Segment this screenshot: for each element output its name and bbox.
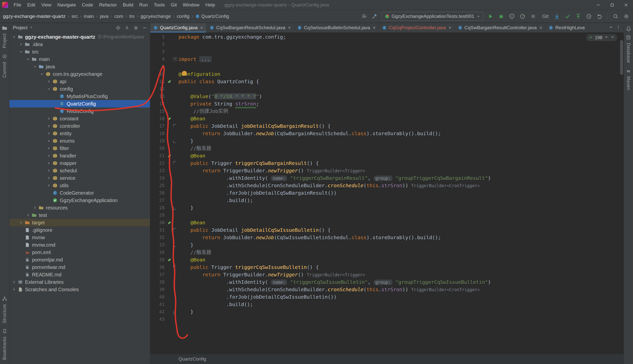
- tab-cqswbargainresultschedul-java[interactable]: CCqSwBargainResultSchedul.java×: [206, 23, 294, 32]
- chevron-up-icon[interactable]: [604, 35, 608, 40]
- tree-item-api[interactable]: api: [10, 78, 150, 85]
- code-line-20[interactable]: 20 //触发器: [150, 144, 623, 152]
- chevron-closed-icon[interactable]: [46, 184, 52, 188]
- fold-marker[interactable]: +: [172, 56, 177, 63]
- fold-marker[interactable]: [172, 226, 177, 234]
- breadcrumb-item-ggzyexchange[interactable]: ggzyexchange: [141, 14, 171, 19]
- minimize-icon[interactable]: [591, 0, 605, 10]
- chevron-open-icon[interactable]: [32, 65, 38, 68]
- hide-panel-button[interactable]: [142, 25, 147, 30]
- vcs-update-button[interactable]: [553, 13, 561, 20]
- gutter-spring-bean-icon[interactable]: [166, 219, 172, 226]
- code-line-15[interactable]: 15 //创建Job实例: [150, 108, 623, 115]
- tree-item-java[interactable]: java: [10, 63, 150, 70]
- notifications-bell-icon[interactable]: [626, 23, 631, 32]
- vcs-history-button[interactable]: [585, 13, 593, 20]
- tab-resthighleve[interactable]: CRestHighLeve: [545, 23, 588, 32]
- chevron-closed-icon[interactable]: [46, 117, 52, 120]
- menu-edit[interactable]: Edit: [24, 0, 39, 10]
- editor-scrollbar-thumb[interactable]: [620, 40, 623, 75]
- tree-item-scratches-and-consoles[interactable]: Scratches and Consoles: [10, 286, 150, 293]
- tab-close-icon[interactable]: ×: [200, 25, 203, 30]
- stop-button[interactable]: [529, 13, 537, 20]
- tree-item-service[interactable]: service: [10, 174, 150, 182]
- profiler-button[interactable]: [519, 13, 526, 20]
- tree-item-idea[interactable]: .idea: [10, 40, 150, 48]
- close-icon[interactable]: [619, 0, 633, 10]
- user-menu-button[interactable]: [360, 13, 368, 20]
- code-line-16[interactable]: 16 @Bean: [150, 115, 623, 122]
- tree-item-mybatisplusconfig[interactable]: CMybatisPlusConfig: [10, 92, 150, 100]
- code-line-34[interactable]: 34 //触发器: [150, 248, 623, 256]
- code-line-35[interactable]: 35 @Bean: [150, 256, 623, 264]
- tree-item-resources[interactable]: resources: [10, 204, 150, 212]
- chevron-closed-icon[interactable]: [46, 154, 52, 158]
- code-line-39[interactable]: 39 .withSchedule(CronScheduleBuilder.cro…: [150, 286, 623, 293]
- tree-item-redisconfig[interactable]: CRedisConfig: [10, 108, 150, 115]
- panel-settings-button[interactable]: [133, 25, 139, 30]
- fold-marker[interactable]: [172, 241, 177, 248]
- tab-cqswissuebulletinschedul-java[interactable]: CCqSwIssueBulletinSchedul.java×: [294, 23, 379, 32]
- chevron-closed-icon[interactable]: [25, 213, 31, 217]
- code-line-19[interactable]: 19 }: [150, 137, 623, 144]
- menu-window[interactable]: Window: [180, 0, 202, 10]
- code-line-36[interactable]: 36 public Trigger triggerCqSwIssueBullet…: [150, 264, 623, 271]
- code-line-1[interactable]: 1package com.trs.ggzyexchange.config;: [150, 33, 623, 40]
- tool-stripe-maven[interactable]: mMaven: [626, 68, 631, 90]
- fold-marker[interactable]: [172, 137, 177, 144]
- code-line-13[interactable]: 13 @Value("0 */10 * * * ?"): [150, 92, 623, 100]
- breadcrumb-item-main[interactable]: main: [84, 14, 94, 19]
- code-line-28[interactable]: 28 }: [150, 204, 623, 212]
- code-line-3[interactable]: 3: [150, 48, 623, 56]
- tree-item-codegenerator[interactable]: CCodeGenerator: [10, 189, 150, 196]
- code-line-23[interactable]: 23 return TriggerBuilder.newTrigger() Tr…: [150, 167, 623, 174]
- vcs-push-button[interactable]: [574, 13, 582, 20]
- project-tool-selector[interactable]: Project: [13, 25, 33, 30]
- menu-navigate[interactable]: Navigate: [54, 0, 79, 10]
- fold-marker[interactable]: [172, 264, 177, 271]
- chevron-closed-icon[interactable]: [11, 280, 17, 284]
- code-line-40[interactable]: 40 .forJob(jobDetailCqSwIssueBulletin()): [150, 293, 623, 300]
- breadcrumb-item-trs[interactable]: trs: [129, 14, 135, 19]
- code-line-11[interactable]: 11public class QuartzConfig {: [150, 78, 623, 85]
- code-line-17[interactable]: 17 public JobDetail jobDetailCqSwBargain…: [150, 122, 623, 130]
- breadcrumb-item-src[interactable]: src: [71, 14, 78, 19]
- tree-item-test[interactable]: test: [10, 212, 150, 219]
- run-button[interactable]: [487, 13, 494, 20]
- breadcrumb-item-quartzconfig[interactable]: CQuartzConfig: [195, 14, 229, 19]
- chevron-down-icon[interactable]: [610, 35, 615, 40]
- code-line-38[interactable]: 38 .withIdentity( name: "triggerCqSwIssu…: [150, 278, 623, 286]
- locate-file-button[interactable]: [116, 25, 121, 30]
- chevron-closed-icon[interactable]: [18, 221, 24, 224]
- tree-item-handler[interactable]: handler: [10, 152, 150, 160]
- code-line-4[interactable]: 4+import ...: [150, 56, 623, 63]
- code-line-12[interactable]: 12: [150, 85, 623, 92]
- tree-item-target[interactable]: target: [10, 219, 150, 226]
- tree-item-mapper[interactable]: mapper: [10, 160, 150, 167]
- chevron-closed-icon[interactable]: [11, 288, 17, 292]
- tree-item-controller[interactable]: controller: [10, 122, 150, 130]
- tab-close-icon[interactable]: ×: [373, 25, 376, 30]
- gutter-spring-bean-icon[interactable]: [166, 256, 172, 264]
- vcs-rollback-button[interactable]: [596, 13, 603, 20]
- run-config-select[interactable]: GgzyExchangeApplicationTests.test001: [382, 12, 484, 21]
- code-line-42[interactable]: 42 }: [150, 308, 623, 316]
- tree-item-mvnw[interactable]: mvnw: [10, 234, 150, 241]
- menu-build[interactable]: Build: [120, 0, 136, 10]
- chevron-open-icon[interactable]: [18, 50, 24, 54]
- settings-gear-button[interactable]: [622, 13, 630, 20]
- tool-stripe-structure[interactable]: Structure: [2, 296, 7, 324]
- code-line-10[interactable]: 10@Configuration: [150, 70, 623, 78]
- tree-item-constant[interactable]: constant: [10, 115, 150, 122]
- tree-item-config[interactable]: config: [10, 85, 150, 92]
- tab-cqgqprojectcontroller-java[interactable]: CCqGqProjectController.java×: [379, 23, 455, 32]
- build-hammer-button[interactable]: [371, 13, 379, 20]
- chevron-closed-icon[interactable]: [46, 169, 52, 172]
- chevron-closed-icon[interactable]: [32, 206, 38, 210]
- tree-item-pomxmlwar-md[interactable]: Mpomxmlwar.md: [10, 264, 150, 271]
- tab-options-kebab-icon[interactable]: [616, 25, 620, 30]
- tool-stripe-database[interactable]: Database: [626, 35, 631, 63]
- tree-item-ggzy-exchange-master-quartz[interactable]: ggzy-exchange-master-quartzD:\ProgramWor…: [10, 33, 150, 40]
- code-line-27[interactable]: 27 .build();: [150, 196, 623, 204]
- tree-item-filter[interactable]: filter: [10, 144, 150, 152]
